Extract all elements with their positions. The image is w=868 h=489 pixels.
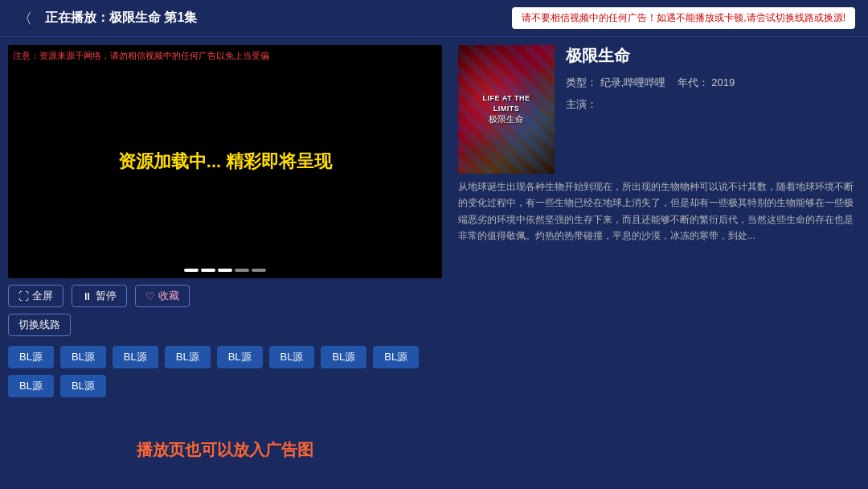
- progress-dot-5: [252, 269, 266, 272]
- show-info: 极限生命 类型： 纪录,哔哩哔哩 年代： 2019 主演：: [566, 45, 855, 174]
- source-button-8[interactable]: BL源: [373, 346, 419, 368]
- pause-icon: ⏸: [82, 290, 92, 302]
- thumbnail-en-title: LIFE AT THE LIMITS: [482, 93, 530, 113]
- source-button-1[interactable]: BL源: [8, 346, 54, 368]
- fullscreen-icon: ⛶: [18, 290, 29, 302]
- page-title: 正在播放：极限生命 第1集: [45, 10, 197, 27]
- ad-text: 播放页也可以放入广告图: [137, 439, 313, 461]
- ad-area: 播放页也可以放入广告图: [0, 410, 450, 489]
- collect-label: 收藏: [158, 289, 179, 303]
- right-panel: LIFE AT THE LIMITS 极限生命 极限生命 类型： 纪录,哔哩哔哩…: [450, 37, 868, 489]
- thumbnail-bg: LIFE AT THE LIMITS 极限生命: [458, 45, 555, 174]
- show-thumbnail-row: LIFE AT THE LIMITS 极限生命 极限生命 类型： 纪录,哔哩哔哩…: [458, 45, 855, 174]
- source-button-6[interactable]: BL源: [269, 346, 315, 368]
- video-loading-text: 资源加载中... 精彩即将呈现: [118, 150, 332, 174]
- header: 〈 正在播放：极限生命 第1集 请不要相信视频中的任何广告！如遇不能播放或卡顿,…: [0, 0, 868, 37]
- main-content: 注意：资源来源于网络，请勿相信视频中的任何广告以免上当受骗 资源加载中... 精…: [0, 37, 868, 489]
- left-panel: 注意：资源来源于网络，请勿相信视频中的任何广告以免上当受骗 资源加载中... 精…: [0, 37, 450, 489]
- fullscreen-button[interactable]: ⛶ 全屏: [8, 285, 63, 307]
- year-value: 2019: [711, 76, 735, 88]
- show-title: 极限生命: [566, 45, 855, 67]
- video-player[interactable]: 注意：资源来源于网络，请勿相信视频中的任何广告以免上当受骗 资源加载中... 精…: [8, 45, 442, 278]
- heart-icon: ♡: [145, 290, 155, 302]
- pause-label: 暂停: [96, 289, 117, 303]
- source-button-4[interactable]: BL源: [165, 346, 211, 368]
- show-description: 从地球诞生出现各种生物开始到现在，所出现的生物物种可以说不计其数，随着地球环境不…: [458, 179, 855, 244]
- source-button-2[interactable]: BL源: [60, 346, 106, 368]
- source-button-9[interactable]: BL源: [8, 375, 54, 397]
- progress-dot-2: [201, 269, 215, 272]
- switch-line-button[interactable]: 切换线路: [8, 314, 71, 336]
- type-label: 类型：: [566, 76, 597, 88]
- year-label: 年代：: [678, 76, 709, 88]
- type-value: 纪录,哔哩哔哩: [600, 76, 666, 88]
- source-button-3[interactable]: BL源: [113, 346, 158, 368]
- source-button-10[interactable]: BL源: [60, 375, 106, 397]
- video-progress-bar: [184, 269, 266, 272]
- switch-line-section: 切换线路: [0, 314, 450, 341]
- header-left: 〈 正在播放：极限生命 第1集: [13, 7, 197, 30]
- progress-dot-4: [235, 269, 249, 272]
- cast-label: 主演：: [566, 98, 597, 110]
- source-button-5[interactable]: BL源: [217, 346, 263, 368]
- progress-dot-1: [184, 269, 199, 272]
- show-thumbnail: LIFE AT THE LIMITS 极限生命: [458, 45, 555, 174]
- video-warning: 注意：资源来源于网络，请勿相信视频中的任何广告以免上当受骗: [13, 50, 437, 62]
- thumbnail-cn-title: 极限生命: [482, 113, 530, 125]
- fullscreen-label: 全屏: [32, 289, 53, 303]
- back-button[interactable]: 〈: [13, 7, 37, 30]
- sources-grid: BL源BL源BL源BL源BL源BL源BL源BL源BL源BL源: [0, 341, 450, 402]
- show-type-meta: 类型： 纪录,哔哩哔哩 年代： 2019: [566, 73, 855, 92]
- player-controls: ⛶ 全屏 ⏸ 暂停 ♡ 收藏: [0, 278, 450, 314]
- source-button-7[interactable]: BL源: [321, 346, 366, 368]
- show-cast-meta: 主演：: [566, 95, 855, 113]
- pause-button[interactable]: ⏸ 暂停: [72, 285, 127, 307]
- progress-dot-3: [218, 269, 232, 272]
- notice-banner: 请不要相信视频中的任何广告！如遇不能播放或卡顿,请尝试切换线路或换源!: [512, 7, 855, 29]
- thumbnail-label: LIFE AT THE LIMITS 极限生命: [482, 93, 530, 126]
- collect-button[interactable]: ♡ 收藏: [135, 285, 190, 307]
